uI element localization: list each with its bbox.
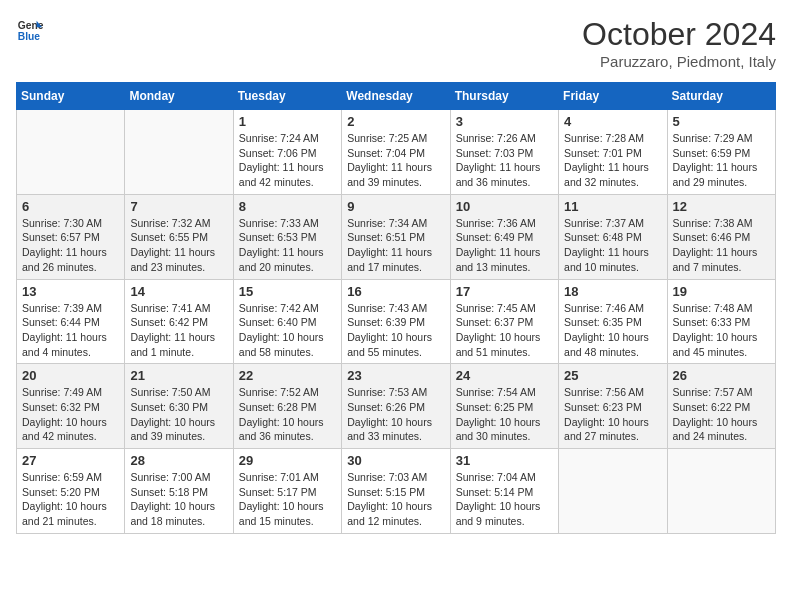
calendar-cell: 9Sunrise: 7:34 AMSunset: 6:51 PMDaylight… [342,194,450,279]
calendar-cell: 21Sunrise: 7:50 AMSunset: 6:30 PMDayligh… [125,364,233,449]
day-info: Sunrise: 7:30 AMSunset: 6:57 PMDaylight:… [22,216,119,275]
day-number: 25 [564,368,661,383]
day-number: 5 [673,114,770,129]
day-info: Sunrise: 7:33 AMSunset: 6:53 PMDaylight:… [239,216,336,275]
weekday-header-monday: Monday [125,83,233,110]
day-info: Sunrise: 7:56 AMSunset: 6:23 PMDaylight:… [564,385,661,444]
calendar-cell: 28Sunrise: 7:00 AMSunset: 5:18 PMDayligh… [125,449,233,534]
day-info: Sunrise: 7:01 AMSunset: 5:17 PMDaylight:… [239,470,336,529]
day-number: 7 [130,199,227,214]
week-row-3: 13Sunrise: 7:39 AMSunset: 6:44 PMDayligh… [17,279,776,364]
location: Paruzzaro, Piedmont, Italy [582,53,776,70]
calendar-cell: 1Sunrise: 7:24 AMSunset: 7:06 PMDaylight… [233,110,341,195]
calendar-cell: 15Sunrise: 7:42 AMSunset: 6:40 PMDayligh… [233,279,341,364]
day-info: Sunrise: 7:24 AMSunset: 7:06 PMDaylight:… [239,131,336,190]
calendar-cell [125,110,233,195]
day-info: Sunrise: 7:41 AMSunset: 6:42 PMDaylight:… [130,301,227,360]
calendar-cell: 16Sunrise: 7:43 AMSunset: 6:39 PMDayligh… [342,279,450,364]
calendar-cell: 23Sunrise: 7:53 AMSunset: 6:26 PMDayligh… [342,364,450,449]
calendar-cell: 26Sunrise: 7:57 AMSunset: 6:22 PMDayligh… [667,364,775,449]
page-header: General Blue October 2024 Paruzzaro, Pie… [16,16,776,70]
day-info: Sunrise: 6:59 AMSunset: 5:20 PMDaylight:… [22,470,119,529]
day-info: Sunrise: 7:49 AMSunset: 6:32 PMDaylight:… [22,385,119,444]
weekday-header-friday: Friday [559,83,667,110]
day-number: 26 [673,368,770,383]
calendar-table: SundayMondayTuesdayWednesdayThursdayFrid… [16,82,776,534]
day-number: 3 [456,114,553,129]
calendar-cell: 8Sunrise: 7:33 AMSunset: 6:53 PMDaylight… [233,194,341,279]
day-number: 28 [130,453,227,468]
calendar-cell: 6Sunrise: 7:30 AMSunset: 6:57 PMDaylight… [17,194,125,279]
day-info: Sunrise: 7:03 AMSunset: 5:15 PMDaylight:… [347,470,444,529]
day-info: Sunrise: 7:43 AMSunset: 6:39 PMDaylight:… [347,301,444,360]
calendar-cell: 31Sunrise: 7:04 AMSunset: 5:14 PMDayligh… [450,449,558,534]
day-info: Sunrise: 7:39 AMSunset: 6:44 PMDaylight:… [22,301,119,360]
day-info: Sunrise: 7:57 AMSunset: 6:22 PMDaylight:… [673,385,770,444]
day-number: 10 [456,199,553,214]
weekday-header-wednesday: Wednesday [342,83,450,110]
day-info: Sunrise: 7:00 AMSunset: 5:18 PMDaylight:… [130,470,227,529]
weekday-header-sunday: Sunday [17,83,125,110]
day-number: 23 [347,368,444,383]
calendar-cell: 4Sunrise: 7:28 AMSunset: 7:01 PMDaylight… [559,110,667,195]
calendar-cell: 29Sunrise: 7:01 AMSunset: 5:17 PMDayligh… [233,449,341,534]
week-row-4: 20Sunrise: 7:49 AMSunset: 6:32 PMDayligh… [17,364,776,449]
weekday-header-row: SundayMondayTuesdayWednesdayThursdayFrid… [17,83,776,110]
calendar-cell: 7Sunrise: 7:32 AMSunset: 6:55 PMDaylight… [125,194,233,279]
day-number: 27 [22,453,119,468]
day-number: 29 [239,453,336,468]
day-info: Sunrise: 7:37 AMSunset: 6:48 PMDaylight:… [564,216,661,275]
calendar-cell: 5Sunrise: 7:29 AMSunset: 6:59 PMDaylight… [667,110,775,195]
weekday-header-tuesday: Tuesday [233,83,341,110]
calendar-cell: 18Sunrise: 7:46 AMSunset: 6:35 PMDayligh… [559,279,667,364]
calendar-cell: 12Sunrise: 7:38 AMSunset: 6:46 PMDayligh… [667,194,775,279]
day-number: 30 [347,453,444,468]
weekday-header-thursday: Thursday [450,83,558,110]
day-number: 24 [456,368,553,383]
day-number: 6 [22,199,119,214]
day-info: Sunrise: 7:45 AMSunset: 6:37 PMDaylight:… [456,301,553,360]
calendar-cell: 24Sunrise: 7:54 AMSunset: 6:25 PMDayligh… [450,364,558,449]
day-number: 18 [564,284,661,299]
calendar-cell: 25Sunrise: 7:56 AMSunset: 6:23 PMDayligh… [559,364,667,449]
logo: General Blue [16,16,44,44]
day-info: Sunrise: 7:04 AMSunset: 5:14 PMDaylight:… [456,470,553,529]
day-info: Sunrise: 7:54 AMSunset: 6:25 PMDaylight:… [456,385,553,444]
calendar-cell: 11Sunrise: 7:37 AMSunset: 6:48 PMDayligh… [559,194,667,279]
day-info: Sunrise: 7:50 AMSunset: 6:30 PMDaylight:… [130,385,227,444]
day-number: 14 [130,284,227,299]
week-row-2: 6Sunrise: 7:30 AMSunset: 6:57 PMDaylight… [17,194,776,279]
calendar-cell: 17Sunrise: 7:45 AMSunset: 6:37 PMDayligh… [450,279,558,364]
calendar-cell [17,110,125,195]
calendar-cell: 27Sunrise: 6:59 AMSunset: 5:20 PMDayligh… [17,449,125,534]
day-number: 13 [22,284,119,299]
day-number: 17 [456,284,553,299]
calendar-cell: 14Sunrise: 7:41 AMSunset: 6:42 PMDayligh… [125,279,233,364]
day-info: Sunrise: 7:52 AMSunset: 6:28 PMDaylight:… [239,385,336,444]
day-number: 22 [239,368,336,383]
day-number: 15 [239,284,336,299]
day-info: Sunrise: 7:48 AMSunset: 6:33 PMDaylight:… [673,301,770,360]
calendar-cell [559,449,667,534]
day-info: Sunrise: 7:25 AMSunset: 7:04 PMDaylight:… [347,131,444,190]
day-number: 16 [347,284,444,299]
day-number: 11 [564,199,661,214]
day-info: Sunrise: 7:46 AMSunset: 6:35 PMDaylight:… [564,301,661,360]
calendar-cell: 22Sunrise: 7:52 AMSunset: 6:28 PMDayligh… [233,364,341,449]
day-number: 2 [347,114,444,129]
day-number: 4 [564,114,661,129]
calendar-cell: 19Sunrise: 7:48 AMSunset: 6:33 PMDayligh… [667,279,775,364]
day-info: Sunrise: 7:34 AMSunset: 6:51 PMDaylight:… [347,216,444,275]
week-row-5: 27Sunrise: 6:59 AMSunset: 5:20 PMDayligh… [17,449,776,534]
month-title: October 2024 [582,16,776,53]
day-number: 21 [130,368,227,383]
calendar-cell: 3Sunrise: 7:26 AMSunset: 7:03 PMDaylight… [450,110,558,195]
calendar-cell [667,449,775,534]
day-number: 8 [239,199,336,214]
title-block: October 2024 Paruzzaro, Piedmont, Italy [582,16,776,70]
day-info: Sunrise: 7:29 AMSunset: 6:59 PMDaylight:… [673,131,770,190]
day-info: Sunrise: 7:53 AMSunset: 6:26 PMDaylight:… [347,385,444,444]
calendar-cell: 2Sunrise: 7:25 AMSunset: 7:04 PMDaylight… [342,110,450,195]
day-info: Sunrise: 7:38 AMSunset: 6:46 PMDaylight:… [673,216,770,275]
svg-text:Blue: Blue [18,31,41,42]
